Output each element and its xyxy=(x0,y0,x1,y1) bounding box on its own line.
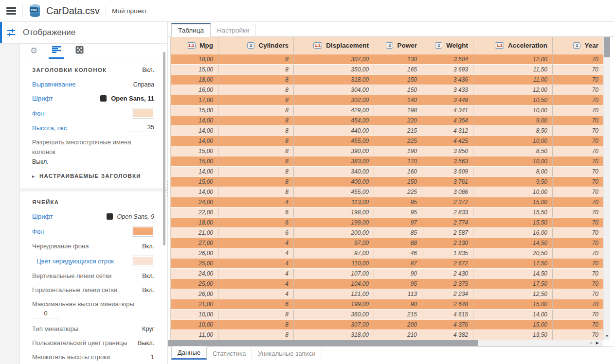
table-row[interactable]: 25,004104,00952 37517,5070 xyxy=(170,278,604,289)
table-cell[interactable]: 70 xyxy=(553,64,604,74)
table-cell[interactable]: 17,00 xyxy=(171,95,218,105)
setting-cell-background[interactable]: Фон xyxy=(32,224,154,239)
table-row[interactable]: 18,008307,001303 50412,0070 xyxy=(170,54,604,64)
table-cell[interactable]: 14,50 xyxy=(473,268,553,278)
table-cell[interactable]: 10,00 xyxy=(473,136,553,146)
table-row[interactable]: 24,004107,00902 43014,5070 xyxy=(170,268,604,278)
table-cell[interactable]: 4 xyxy=(218,197,294,207)
vertical-scrollbar[interactable]: ▼ xyxy=(603,37,610,340)
table-cell[interactable]: 140 xyxy=(374,95,422,105)
table-row[interactable]: 26,004121,001132 23412,5070 xyxy=(170,289,604,299)
table-cell[interactable]: 3 761 xyxy=(422,176,473,187)
table-cell[interactable]: 18,00 xyxy=(171,74,218,85)
table-cell[interactable]: 70 xyxy=(553,125,604,136)
table-cell[interactable]: 6 xyxy=(218,207,294,217)
table-cell[interactable]: 15,00 xyxy=(171,64,218,74)
setting-label[interactable]: Фон xyxy=(32,110,44,117)
table-cell[interactable]: 90 xyxy=(374,268,422,278)
column-header-year[interactable]: 2Year xyxy=(553,37,604,54)
table-cell[interactable]: 14,50 xyxy=(473,238,553,248)
table-cell[interactable]: 8 xyxy=(218,156,294,166)
table-cell[interactable]: 8,00 xyxy=(473,166,553,176)
table-cell[interactable]: 11,00 xyxy=(171,329,218,340)
table-cell[interactable]: 110,00 xyxy=(294,258,374,268)
table-cell[interactable]: 70 xyxy=(553,197,604,207)
table-cell[interactable]: 113,00 xyxy=(294,197,374,207)
table-cell[interactable]: 190 xyxy=(374,146,422,156)
table-cell[interactable]: 15,00 xyxy=(473,197,553,207)
table-cell[interactable]: 70 xyxy=(553,115,604,125)
table-cell[interactable]: 97,00 xyxy=(294,248,374,258)
table-cell[interactable]: 2 774 xyxy=(422,217,473,227)
table-cell[interactable]: 26,00 xyxy=(171,289,218,299)
table-cell[interactable]: 15,00 xyxy=(171,156,218,166)
table-cell[interactable]: 24,00 xyxy=(171,268,218,278)
table-cell[interactable]: 25,00 xyxy=(171,278,218,289)
table-cell[interactable]: 2 430 xyxy=(422,268,473,278)
table-cell[interactable]: 104,00 xyxy=(294,278,374,289)
setting-header-font[interactable]: ШрифтOpen Sans, 11 xyxy=(32,91,154,105)
setting-thumbnail-max-height[interactable]: Максимальная высота миниатюры0 xyxy=(32,297,154,322)
table-cell[interactable]: 70 xyxy=(553,156,604,166)
table-cell[interactable]: 18,00 xyxy=(171,54,218,64)
table-cell[interactable]: 15,00 xyxy=(171,146,218,156)
column-header-weight[interactable]: 2Weight xyxy=(422,37,473,54)
setting-number-input[interactable]: 0 xyxy=(32,310,59,318)
table-cell[interactable]: 14,00 xyxy=(171,166,218,176)
table-cell[interactable]: 350,00 xyxy=(294,64,374,74)
table-cell[interactable]: 198 xyxy=(374,105,422,115)
table-cell[interactable]: 199,00 xyxy=(294,299,374,309)
table-cell[interactable]: 307,00 xyxy=(294,319,374,329)
table-cell[interactable]: 8 xyxy=(218,125,294,136)
tab-unique-records[interactable]: Уникальные записи xyxy=(252,347,322,360)
table-row[interactable]: 15,008400,001503 7619,5070 xyxy=(170,176,604,187)
table-cell[interactable]: 4 615 xyxy=(422,309,473,319)
table-cell[interactable]: 70 xyxy=(553,85,604,95)
table-cell[interactable]: 2 130 xyxy=(422,238,473,248)
section-toggle-value[interactable]: Вкл. xyxy=(142,67,154,73)
setting-thumbnail-type[interactable]: Тип миниатюрыКруг xyxy=(32,322,154,336)
table-cell[interactable]: 220 xyxy=(374,115,422,125)
setting-value[interactable]: Вкл. xyxy=(142,243,154,250)
table-cell[interactable]: 14,00 xyxy=(171,115,218,125)
color-swatch[interactable] xyxy=(132,256,154,266)
tab-table[interactable]: Таблица xyxy=(171,23,211,37)
table-cell[interactable]: 4 425 xyxy=(422,136,473,146)
table-cell[interactable]: 11,00 xyxy=(473,74,553,85)
table-cell[interactable]: 225 xyxy=(374,136,422,146)
table-cell[interactable]: 225 xyxy=(374,187,422,197)
table-cell[interactable]: 10,50 xyxy=(473,95,553,105)
table-cell[interactable]: 70 xyxy=(553,248,604,258)
table-cell[interactable]: 20,50 xyxy=(473,248,553,258)
table-cell[interactable]: 4 xyxy=(218,268,294,278)
table-cell[interactable]: 21,00 xyxy=(171,227,218,238)
table-cell[interactable]: 97,00 xyxy=(294,238,374,248)
scroll-right-arrow-icon[interactable]: ▶ xyxy=(596,341,599,345)
table-cell[interactable]: 24,00 xyxy=(171,197,218,207)
table-cell[interactable]: 70 xyxy=(553,54,604,64)
table-cell[interactable]: 8 xyxy=(218,166,294,176)
table-cell[interactable]: 9,00 xyxy=(473,115,553,125)
table-cell[interactable]: 25,00 xyxy=(171,258,218,268)
table-cell[interactable]: 70 xyxy=(553,319,604,329)
table-row[interactable]: 22,006198,00952 83315,5070 xyxy=(170,207,604,217)
table-row[interactable]: 25,004110,00872 67217,5070 xyxy=(170,258,604,268)
table-cell[interactable]: 8,50 xyxy=(473,146,553,156)
table-cell[interactable]: 46 xyxy=(374,248,422,258)
tab-statistics[interactable]: Статистика xyxy=(207,347,252,360)
table-cell[interactable]: 70 xyxy=(553,105,604,115)
table-cell[interactable]: 12,50 xyxy=(473,289,553,299)
table-cell[interactable]: 8 xyxy=(218,54,294,64)
table-cell[interactable]: 26,00 xyxy=(171,248,218,258)
table-cell[interactable]: 15,00 xyxy=(171,176,218,187)
tab-settings[interactable]: Настройки xyxy=(211,23,256,37)
table-cell[interactable]: 107,00 xyxy=(294,268,374,278)
table-cell[interactable]: 390,00 xyxy=(294,146,374,156)
table-cell[interactable]: 88 xyxy=(374,238,422,248)
table-cell[interactable]: 70 xyxy=(553,278,604,289)
table-cell[interactable]: 8 xyxy=(218,146,294,156)
table-cell[interactable]: 2 587 xyxy=(422,227,473,238)
font-color-swatch[interactable] xyxy=(100,95,107,102)
setting-alternating-background[interactable]: Чередование фонаВкл. xyxy=(32,239,154,253)
table-cell[interactable]: 70 xyxy=(553,95,604,105)
